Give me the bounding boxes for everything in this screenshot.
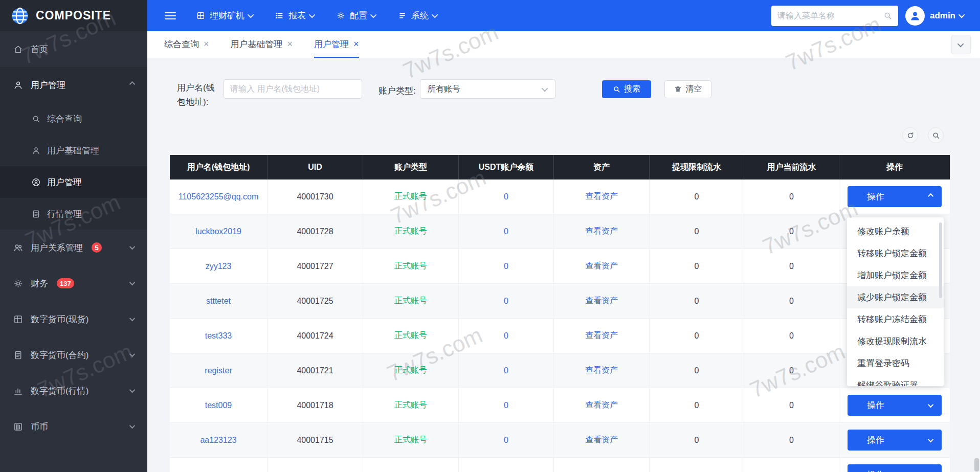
cell-username[interactable]: test333: [170, 319, 268, 353]
cell-usdt-balance[interactable]: 0: [459, 284, 554, 319]
view-assets-link[interactable]: [554, 458, 650, 472]
dropdown-scrollbar-thumb[interactable]: [939, 222, 942, 298]
sidebar-item-finance[interactable]: 财务 137: [0, 265, 147, 301]
tab-label: 用户基础管理: [231, 38, 283, 50]
sidebar-item-user-relations[interactable]: 用户关系管理 5: [0, 230, 147, 265]
row-action-button[interactable]: 操作: [848, 464, 942, 472]
sidebar-item-crypto-spot[interactable]: 数字货币(现货): [0, 301, 147, 337]
cell-username[interactable]: test009: [170, 388, 268, 423]
menu-search-input[interactable]: [777, 11, 879, 20]
chevron-down-icon: [370, 12, 377, 18]
hamburger-icon[interactable]: [165, 12, 176, 19]
view-assets-link[interactable]: 查看资产: [554, 423, 650, 458]
menu-item-reset-password[interactable]: 重置登录密码: [847, 352, 944, 374]
sidebar-item-crypto-market[interactable]: 数字货币(行情): [0, 373, 147, 409]
cell-username[interactable]: stttetet: [170, 284, 268, 319]
chevron-down-icon: [928, 436, 933, 442]
cell-usdt-balance[interactable]: 0: [459, 423, 554, 458]
cell-usdt-balance[interactable]: 0: [459, 319, 554, 353]
menu-item-reduce-locked[interactable]: 减少账户锁定金额: [847, 286, 944, 308]
cell-withdraw-limit-flow: 0: [650, 179, 744, 214]
sidebar-subitem-user-base-mgmt[interactable]: 用户基础管理: [0, 134, 147, 166]
refresh-button[interactable]: [902, 127, 918, 143]
cell-username[interactable]: 1105623255@qq.com: [170, 179, 268, 214]
users-icon: [13, 243, 23, 253]
search-icon[interactable]: [883, 11, 892, 20]
search-icon: [932, 131, 940, 140]
cell-current-flow: 0: [744, 423, 839, 458]
tab-list-expand-button[interactable]: [951, 35, 971, 54]
tab-user-mgmt[interactable]: 用户管理 ×: [314, 31, 359, 58]
table-search-toggle-button[interactable]: [928, 127, 944, 143]
view-assets-link[interactable]: 查看资产: [554, 388, 650, 423]
close-icon[interactable]: ×: [353, 39, 359, 49]
menu-config[interactable]: 配置: [337, 10, 376, 21]
sidebar-subitem-market-mgmt[interactable]: 行情管理: [0, 198, 147, 230]
sidebar-item-home[interactable]: 首页: [0, 31, 147, 67]
cell-username[interactable]: [170, 458, 268, 472]
close-icon[interactable]: ×: [204, 39, 209, 49]
cell-usdt-balance[interactable]: 0: [459, 214, 554, 249]
cell-account-type: 正式账号: [363, 214, 459, 249]
user-avatar[interactable]: [905, 6, 925, 26]
cell-usdt-balance[interactable]: 0: [459, 388, 554, 423]
column-header: USDT账户余额: [459, 155, 554, 179]
chevron-down-icon: [957, 40, 964, 47]
sidebar-subitem-composite-query[interactable]: 综合查询: [0, 103, 147, 134]
menu-reports[interactable]: 报表: [275, 10, 315, 21]
sidebar-subitem-user-mgmt[interactable]: 用户管理: [0, 166, 147, 198]
sidebar-item-coin-coin[interactable]: 币币: [0, 409, 147, 444]
menu-wealth-mining[interactable]: 理财矿机: [196, 10, 254, 21]
menu-item-transfer-frozen[interactable]: 转移账户冻结金额: [847, 308, 944, 330]
sidebar-group-user-mgmt: 用户管理 综合查询 用户基础管理 用户管理 行情管理: [0, 67, 147, 230]
cell-usdt-balance[interactable]: 0: [459, 353, 554, 388]
view-assets-link[interactable]: 查看资产: [554, 353, 650, 388]
cell-withdraw-limit-flow: 0: [650, 319, 744, 353]
cell-current-flow: 0: [744, 179, 839, 214]
tab-user-base-mgmt[interactable]: 用户基础管理 ×: [231, 31, 293, 58]
sidebar-item-user-mgmt[interactable]: 用户管理: [0, 67, 147, 103]
search-button[interactable]: 搜索: [602, 80, 651, 98]
menu-item-modify-balance[interactable]: 修改账户余额: [847, 220, 944, 242]
view-assets-link[interactable]: 查看资产: [554, 214, 650, 249]
cell-withdraw-limit-flow: 0: [650, 423, 744, 458]
tab-composite-query[interactable]: 综合查询 ×: [164, 31, 209, 58]
view-assets-link[interactable]: 查看资产: [554, 249, 650, 284]
menu-item-modify-withdraw-limit[interactable]: 修改提现限制流水: [847, 330, 944, 352]
close-icon[interactable]: ×: [287, 39, 293, 49]
menu-item-transfer-locked[interactable]: 转移账户锁定金额: [847, 242, 944, 264]
view-assets-link[interactable]: 查看资产: [554, 179, 650, 214]
tab-label: 综合查询: [164, 38, 199, 50]
username-input[interactable]: [224, 79, 362, 99]
sidebar-item-label: 用户基础管理: [47, 145, 99, 156]
cell-usdt-balance[interactable]: 0: [459, 249, 554, 284]
user-chevron-icon[interactable]: [959, 12, 965, 18]
table-row: zyy123 40001727 正式账号 0 查看资产 0 0 操作: [170, 249, 950, 284]
cell-current-flow: [744, 458, 839, 472]
clear-button[interactable]: 清空: [664, 80, 711, 98]
page-scrollbar-thumb[interactable]: [974, 458, 979, 471]
main-area: 综合查询 × 用户基础管理 × 用户管理 × 用户名(钱 包地址): 账户类型:…: [147, 31, 980, 472]
menu-item-add-locked[interactable]: 增加账户锁定金额: [847, 264, 944, 286]
cell-usdt-balance[interactable]: [459, 458, 554, 472]
user-name[interactable]: admin: [930, 11, 955, 21]
row-action-button[interactable]: 操作: [848, 186, 942, 207]
view-assets-link[interactable]: 查看资产: [554, 284, 650, 319]
chevron-down-icon: [309, 12, 316, 18]
cell-usdt-balance[interactable]: 0: [459, 179, 554, 214]
sidebar-item-crypto-contract[interactable]: 数字货币(合约): [0, 337, 147, 373]
row-action-button[interactable]: 操作: [848, 430, 942, 451]
cell-username[interactable]: luckbox2019: [170, 214, 268, 249]
sidebar-item-label: 用户关系管理: [31, 242, 83, 254]
cell-username[interactable]: register: [170, 353, 268, 388]
row-action-button[interactable]: 操作: [848, 395, 942, 416]
menu-system[interactable]: 系统: [398, 10, 438, 21]
menu-item-unbind-google-auth[interactable]: 解绑谷歌验证器: [847, 374, 944, 386]
cell-username[interactable]: zyy123: [170, 249, 268, 284]
cell-username[interactable]: aa123123: [170, 423, 268, 458]
cell-current-flow: 0: [744, 214, 839, 249]
account-type-select[interactable]: 所有账号: [420, 79, 555, 99]
tab-bar: 综合查询 × 用户基础管理 × 用户管理 ×: [147, 31, 980, 58]
view-assets-link[interactable]: 查看资产: [554, 319, 650, 353]
tab-label: 用户管理: [314, 38, 349, 50]
